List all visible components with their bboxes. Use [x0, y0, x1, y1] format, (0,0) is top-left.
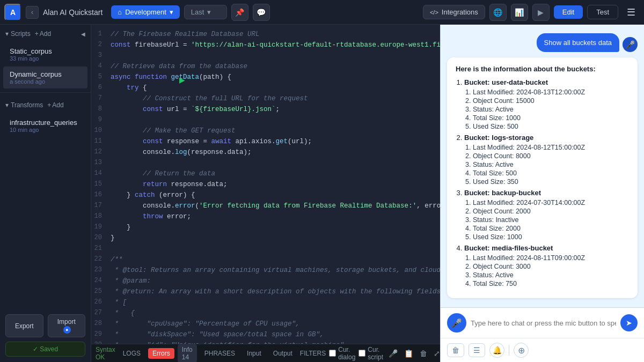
- filters-label: FILTERS: [300, 350, 326, 357]
- code-line: 5 async function getData(path) {: [91, 72, 440, 83]
- line-number: 9: [91, 115, 111, 125]
- chat-list-button[interactable]: ☰: [469, 343, 485, 357]
- output-tab[interactable]: Output: [269, 348, 297, 359]
- test-button[interactable]: Test: [587, 5, 618, 19]
- code-line: 17 console.error('Error fetching data fr…: [91, 201, 440, 211]
- sidebar-item-static-corpus[interactable]: Static_corpus 33 min ago: [3, 43, 87, 65]
- bucket-item-3: Bucket: backup-bucket Last Modified: 202…: [464, 189, 629, 241]
- bucket-detail: Last Modified: 2024-08-13T12:00:00Z: [473, 88, 629, 96]
- export-button[interactable]: Export: [5, 314, 43, 337]
- expand-icon-bottom[interactable]: ⤢: [431, 348, 440, 359]
- logs-tab[interactable]: LOGS: [119, 348, 145, 359]
- import-button[interactable]: Import ●: [48, 314, 86, 337]
- logo-button[interactable]: A: [4, 4, 21, 21]
- code-line: 11 const response = await api.axios.get(…: [91, 136, 440, 147]
- add-script-button[interactable]: + Add: [33, 29, 53, 39]
- bucket-detail: Total Size: 1000: [473, 114, 629, 122]
- line-content: return response.data;: [111, 179, 440, 190]
- last-button[interactable]: Last ▾: [184, 5, 227, 19]
- code-line: 8 const url = `${firebaseUrl}.json`;: [91, 104, 440, 115]
- bucket-name-3: Bucket: backup-bucket: [464, 189, 541, 197]
- cur-script-label: Cur. script: [368, 346, 383, 361]
- code-line: 1 // The Firebase Realtime Database URL: [91, 29, 440, 40]
- bottom-bar: Syntax OK LOGS Errors Info 14 PHRASES In…: [91, 344, 440, 362]
- import-label: Import: [57, 318, 76, 326]
- user-message-bubble: Show all buckets data: [537, 33, 619, 52]
- line-number: 22: [91, 254, 111, 264]
- branch-icon: ⌂: [118, 8, 122, 16]
- collapse-sidebar-button[interactable]: ◀: [81, 31, 85, 37]
- chat-mic-button[interactable]: 🎤: [447, 313, 466, 333]
- transform-name: infrastructure_queries: [10, 119, 81, 127]
- bucket-detail: Used Size: 350: [473, 178, 629, 186]
- line-number: 17: [91, 201, 111, 211]
- chart-button[interactable]: 📊: [511, 4, 528, 21]
- code-editor[interactable]: 1 // The Firebase Realtime Database URL …: [91, 25, 440, 344]
- line-content: const firebaseUrl = 'https://alan-ai-qui…: [111, 40, 440, 50]
- branch-selector[interactable]: ⌂ Development ▾: [111, 5, 179, 19]
- bucket-detail: Last Modified: 2024-08-11T09:00:00Z: [473, 254, 629, 262]
- bucket-name-4: Bucket: media-files-bucket: [464, 244, 553, 252]
- line-number: 27: [91, 308, 111, 318]
- cur-dialog-checkbox[interactable]: [329, 350, 336, 357]
- sidebar-item-infrastructure-queries[interactable]: infrastructure_queries 10 min ago: [3, 115, 87, 137]
- code-line: 22 /**: [91, 254, 440, 265]
- cur-script-filter[interactable]: Cur. script: [358, 346, 383, 361]
- line-content: try {: [111, 83, 440, 93]
- code-line: 30 * "id": "Unique identifier for the vi…: [91, 340, 440, 344]
- cur-dialog-filter[interactable]: Cur. dialog: [329, 346, 355, 361]
- copy-icon-bottom[interactable]: 📋: [402, 348, 415, 359]
- input-tab[interactable]: Input: [243, 348, 266, 359]
- add-transform-button[interactable]: + Add: [45, 100, 65, 110]
- bucket-name-1: Bucket: user-data-bucket: [464, 78, 548, 86]
- mic-icon-bottom[interactable]: 🎤: [386, 348, 400, 359]
- pin-icon: 📌: [235, 8, 244, 17]
- globe-button[interactable]: 🌐: [489, 4, 507, 21]
- chat-add-button[interactable]: ⊕: [514, 343, 529, 358]
- line-content: * [: [111, 297, 440, 308]
- cur-script-checkbox[interactable]: [358, 350, 365, 357]
- edit-button[interactable]: Edit: [554, 5, 583, 19]
- line-content: const response = await api.axios.get(url…: [111, 136, 440, 147]
- code-line: 14 // Return the data: [91, 168, 440, 179]
- line-content: // Make the GET request: [111, 125, 440, 136]
- chat-button[interactable]: 💬: [253, 4, 270, 21]
- code-line: 23 * @tool: Returns an array containing …: [91, 265, 440, 276]
- bottom-right-icons: 🎤 📋 🗑 ⤢: [386, 348, 440, 359]
- code-line: 12 console.log(response.data);: [91, 147, 440, 158]
- bucket-detail: Total Size: 2000: [473, 225, 629, 232]
- pin-button[interactable]: 📌: [231, 4, 248, 21]
- line-content: // The Firebase Realtime Database URL: [111, 29, 440, 40]
- sidebar-item-dynamic-corpus[interactable]: Dynamic_corpus a second ago: [3, 67, 87, 88]
- errors-tab[interactable]: Errors: [148, 348, 174, 359]
- line-number: 7: [91, 93, 111, 104]
- cur-dialog-label: Cur. dialog: [338, 346, 355, 361]
- chat-send-button[interactable]: ➤: [620, 314, 638, 331]
- bucket-detail: Object Count: 15000: [473, 97, 629, 105]
- play-button[interactable]: ▶: [532, 4, 550, 21]
- phrases-tab[interactable]: PHRASES: [200, 348, 239, 359]
- transform-time: 10 min ago: [10, 127, 81, 133]
- bucket-details-2: Last Modified: 2024-08-12T15:00:00Z Obje…: [464, 144, 629, 186]
- scripts-label: Scripts: [11, 30, 31, 38]
- chat-text-input[interactable]: [471, 319, 616, 327]
- chat-trash-button[interactable]: 🗑: [447, 343, 464, 357]
- bucket-detail: Object Count: 2000: [473, 208, 629, 215]
- syntax-status: Syntax OK: [96, 346, 115, 361]
- line-content: * @param:: [111, 276, 440, 286]
- info-tab[interactable]: Info 14: [178, 344, 197, 363]
- line-number: 29: [91, 329, 111, 339]
- chat-bell-button[interactable]: 🔔: [489, 343, 504, 358]
- line-content: * {: [111, 308, 440, 319]
- menu-button[interactable]: ☰: [623, 4, 640, 21]
- code-line: 24 * @param:: [91, 276, 440, 286]
- delete-icon-bottom[interactable]: 🗑: [418, 348, 429, 359]
- integrations-button[interactable]: </> Integrations: [423, 5, 485, 19]
- back-button[interactable]: ‹: [26, 6, 39, 19]
- add-label: Add: [52, 101, 63, 109]
- line-number: 14: [91, 168, 111, 179]
- bucket-detail: Total Size: 750: [473, 280, 629, 287]
- code-editor-area[interactable]: ▶ 1 // The Firebase Realtime Database UR…: [91, 25, 440, 362]
- chat-input-area: 🎤 ➤: [441, 307, 644, 338]
- code-line: 10 // Make the GET request: [91, 125, 440, 136]
